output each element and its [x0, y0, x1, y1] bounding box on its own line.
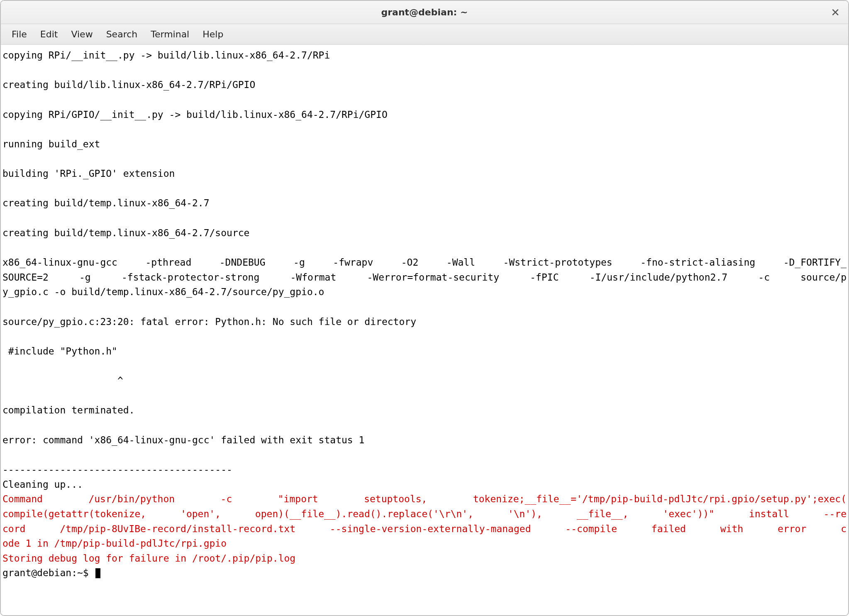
terminal-error-line: Command /usr/bin/python -c "import setup…	[2, 492, 847, 507]
terminal-line: copying RPi/__init__.py -> build/lib.lin…	[2, 50, 330, 61]
terminal-line: source/py_gpio.c:23:20: fatal error: Pyt…	[2, 316, 416, 327]
terminal-prompt: grant@debian:~$	[2, 567, 95, 578]
menubar: File Edit View Search Terminal Help	[1, 24, 848, 45]
menu-terminal[interactable]: Terminal	[144, 27, 196, 42]
terminal-line: y_gpio.c -o build/temp.linux-x86_64-2.7/…	[2, 286, 324, 297]
terminal-error-line: Storing debug log for failure in /root/.…	[2, 553, 295, 564]
menu-file[interactable]: File	[5, 27, 34, 42]
terminal-line: creating build/temp.linux-x86_64-2.7	[2, 198, 210, 208]
terminal-error-line: ode 1 in /tmp/pip-build-pdlJtc/rpi.gpio	[2, 538, 227, 549]
close-icon[interactable]: ✕	[831, 7, 840, 18]
menu-edit[interactable]: Edit	[34, 27, 65, 42]
terminal-line: running build_ext	[2, 139, 100, 149]
terminal-line: #include "Python.h"	[2, 346, 117, 357]
terminal-window: grant@debian: ~ ✕ File Edit View Search …	[0, 0, 849, 616]
terminal-error-line: compile(getattr(tokenize, 'open', open)(…	[2, 507, 847, 522]
terminal-line: error: command 'x86_64-linux-gnu-gcc' fa…	[2, 435, 364, 445]
terminal-error-line: cord /tmp/pip-8UvIBe-record/install-reco…	[2, 522, 847, 537]
terminal-output[interactable]: copying RPi/__init__.py -> build/lib.lin…	[1, 45, 848, 615]
terminal-line: compilation terminated.	[2, 405, 135, 416]
terminal-line: creating build/lib.linux-x86_64-2.7/RPi/…	[2, 79, 255, 90]
terminal-line: building 'RPi._GPIO' extension	[2, 168, 175, 179]
window-title: grant@debian: ~	[381, 7, 468, 17]
cursor-icon	[95, 568, 100, 578]
menu-view[interactable]: View	[64, 27, 99, 42]
titlebar: grant@debian: ~ ✕	[1, 1, 848, 24]
terminal-line: copying RPi/GPIO/__init__.py -> build/li…	[2, 109, 388, 120]
terminal-line: x86_64-linux-gnu-gcc -pthread -DNDEBUG -…	[2, 255, 847, 270]
terminal-line: SOURCE=2 -g -fstack-protector-strong -Wf…	[2, 270, 847, 285]
terminal-line: ^	[2, 375, 123, 386]
terminal-line: Cleaning up...	[2, 479, 83, 490]
terminal-line: ----------------------------------------	[2, 464, 232, 475]
menu-help[interactable]: Help	[196, 27, 230, 42]
terminal-line: creating build/temp.linux-x86_64-2.7/sou…	[2, 227, 249, 238]
menu-search[interactable]: Search	[100, 27, 144, 42]
